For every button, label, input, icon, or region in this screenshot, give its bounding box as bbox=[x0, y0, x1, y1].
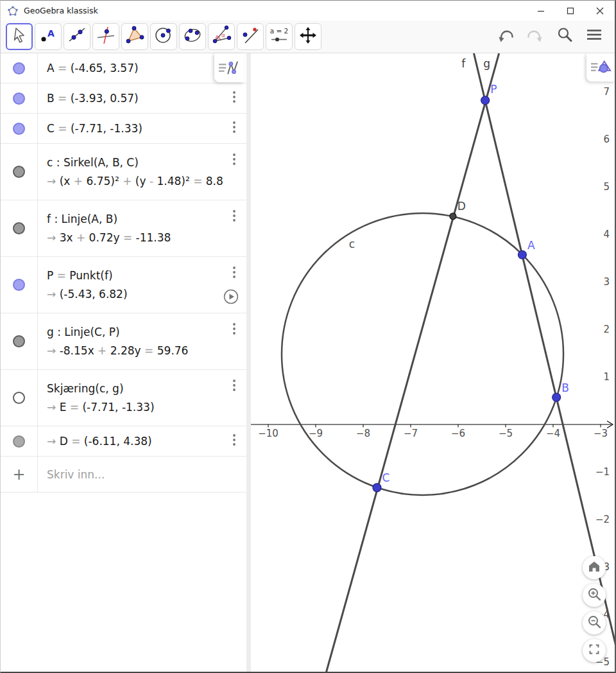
algebra-input[interactable]: Skriv inn... bbox=[38, 457, 246, 492]
visibility-toggle-f[interactable] bbox=[13, 222, 25, 234]
move-graphics-tool[interactable] bbox=[295, 23, 321, 50]
algebra-row-g[interactable]: g : Linje(C, P)→ -8.15x + 2.28y = 59.76 bbox=[1, 313, 246, 370]
y-tick-label: 4 bbox=[603, 229, 610, 240]
algebra-row-c[interactable]: c : Sirkel(A, B, C)→ (x + 6.75)² + (y - … bbox=[1, 144, 246, 200]
point-A-label: A bbox=[527, 239, 535, 252]
svg-text:α: α bbox=[221, 32, 225, 39]
zoom-in-button[interactable] bbox=[583, 584, 606, 607]
algebra-row-f[interactable]: f : Linje(A, B)→ 3x + 0.72y = -11.38 bbox=[1, 200, 246, 257]
slider-tool[interactable]: a = 2 bbox=[266, 23, 293, 50]
visibility-toggle-C[interactable] bbox=[13, 123, 25, 135]
fullscreen-button[interactable] bbox=[583, 639, 606, 662]
point-B[interactable] bbox=[552, 393, 561, 401]
point-A[interactable] bbox=[518, 250, 526, 259]
geogebra-window: GeoGebra klassisk Aαa = 2 A = (-4.65, 3.… bbox=[0, 0, 616, 673]
play-icon bbox=[223, 295, 239, 307]
ellipse-icon bbox=[182, 25, 203, 48]
visibility-toggle-g[interactable] bbox=[13, 335, 25, 347]
row-menu-button-D[interactable] bbox=[232, 426, 236, 456]
row-menu-button-f[interactable] bbox=[232, 200, 236, 265]
y-tick-label: 2 bbox=[603, 324, 610, 335]
row-menu-button-Skjaering[interactable] bbox=[232, 370, 236, 435]
fullscreen-icon bbox=[587, 642, 601, 659]
row-menu-button-g[interactable] bbox=[232, 313, 236, 378]
algebra-row-text: B = (-3.93, 0.57) bbox=[38, 83, 246, 113]
algebra-row-D[interactable]: → D = (-6.11, 4.38) bbox=[1, 426, 246, 457]
window-title: GeoGebra klassisk bbox=[24, 6, 98, 15]
line-f-label: f bbox=[461, 57, 466, 70]
three-dots-icon bbox=[232, 433, 236, 449]
plus-icon: + bbox=[1, 457, 38, 492]
home-button[interactable] bbox=[583, 556, 606, 579]
line-tool[interactable] bbox=[64, 23, 90, 50]
menu-icon bbox=[585, 26, 603, 46]
algebra-row-B[interactable]: B = (-3.93, 0.57) bbox=[1, 83, 246, 114]
polygon-tool[interactable] bbox=[121, 23, 148, 50]
polygon-icon bbox=[124, 25, 145, 48]
perpendicular-line-tool[interactable] bbox=[92, 23, 119, 50]
y-tick-label: 1 bbox=[603, 371, 610, 383]
graphics-style-button[interactable] bbox=[586, 53, 615, 82]
point-C[interactable] bbox=[373, 484, 381, 492]
undo-button[interactable] bbox=[495, 26, 516, 46]
algebra-row-P[interactable]: P = Punkt(f)→ (-5.43, 6.82) bbox=[1, 257, 246, 313]
play-button-P[interactable] bbox=[223, 289, 239, 307]
point-P-label: P bbox=[490, 83, 497, 96]
angle-tool[interactable]: α bbox=[208, 23, 235, 50]
row-menu-button-C[interactable] bbox=[232, 114, 236, 143]
move-tool[interactable] bbox=[6, 23, 33, 50]
pan-icon bbox=[298, 25, 318, 48]
circle-c-label: c bbox=[349, 238, 355, 250]
point-D-label: D bbox=[458, 200, 466, 213]
three-dots-icon bbox=[232, 91, 236, 106]
x-tick-label: −4 bbox=[546, 428, 560, 439]
algebra-row-Skjaering[interactable]: Skjæring(c, g)→ E = (-7.71, -1.33) bbox=[1, 370, 246, 426]
search-button[interactable] bbox=[554, 26, 575, 46]
x-tick-label: −3 bbox=[594, 428, 608, 439]
y-tick-label: −2 bbox=[595, 514, 610, 525]
visibility-toggle-P[interactable] bbox=[13, 279, 25, 291]
x-tick-label: −6 bbox=[451, 428, 465, 439]
row-menu-button-B[interactable] bbox=[232, 83, 236, 113]
algebra-row-A[interactable]: A = (-4.65, 3.57) bbox=[1, 53, 246, 83]
y-tick-label: 7 bbox=[603, 86, 610, 98]
visibility-toggle-Skjaering[interactable] bbox=[13, 392, 25, 404]
conic-tool[interactable] bbox=[179, 23, 206, 50]
perpendicular-icon bbox=[96, 25, 116, 48]
redo-button[interactable] bbox=[525, 26, 545, 46]
algebra-style-button[interactable] bbox=[214, 53, 244, 82]
reflection-tool[interactable] bbox=[237, 23, 264, 50]
reflect-icon bbox=[240, 25, 261, 48]
visibility-toggle-A[interactable] bbox=[13, 62, 25, 74]
three-dots-icon bbox=[232, 153, 236, 168]
panel-divider[interactable] bbox=[246, 53, 251, 672]
svg-text:a = 2: a = 2 bbox=[270, 27, 289, 35]
menu-button[interactable] bbox=[584, 26, 604, 46]
algebra-row-text: g : Linje(C, P)→ -8.15x + 2.28y = 59.76 bbox=[38, 313, 246, 369]
graphics-view[interactable]: −10−9−8−7−6−5−4−37654321−1−2−3−4−5cfgABC… bbox=[251, 53, 615, 672]
x-tick-label: −5 bbox=[499, 428, 513, 439]
three-dots-icon bbox=[232, 266, 236, 281]
minimize-button[interactable] bbox=[526, 1, 556, 21]
line-g-label: g bbox=[483, 57, 490, 70]
point-D[interactable] bbox=[450, 213, 456, 220]
angle-icon: α bbox=[211, 25, 232, 48]
svg-text:A: A bbox=[47, 28, 55, 39]
maximize-button[interactable] bbox=[556, 1, 585, 21]
visibility-toggle-B[interactable] bbox=[13, 92, 25, 105]
y-tick-label: 5 bbox=[603, 181, 610, 193]
algebra-input-row[interactable]: + Skriv inn... bbox=[1, 457, 246, 493]
line-g[interactable] bbox=[324, 53, 499, 672]
point-P[interactable] bbox=[481, 96, 490, 105]
home-icon bbox=[586, 559, 602, 577]
close-button[interactable] bbox=[585, 1, 615, 21]
point-tool[interactable]: A bbox=[35, 23, 62, 50]
row-menu-button-c[interactable] bbox=[232, 144, 236, 209]
three-dots-icon bbox=[232, 379, 236, 394]
circle-tool[interactable] bbox=[150, 23, 177, 50]
zoom-out-button[interactable] bbox=[583, 611, 606, 634]
visibility-toggle-D[interactable] bbox=[13, 435, 25, 448]
move-icon bbox=[9, 25, 30, 48]
algebra-row-C[interactable]: C = (-7.71, -1.33) bbox=[1, 114, 246, 144]
visibility-toggle-c[interactable] bbox=[13, 166, 25, 178]
